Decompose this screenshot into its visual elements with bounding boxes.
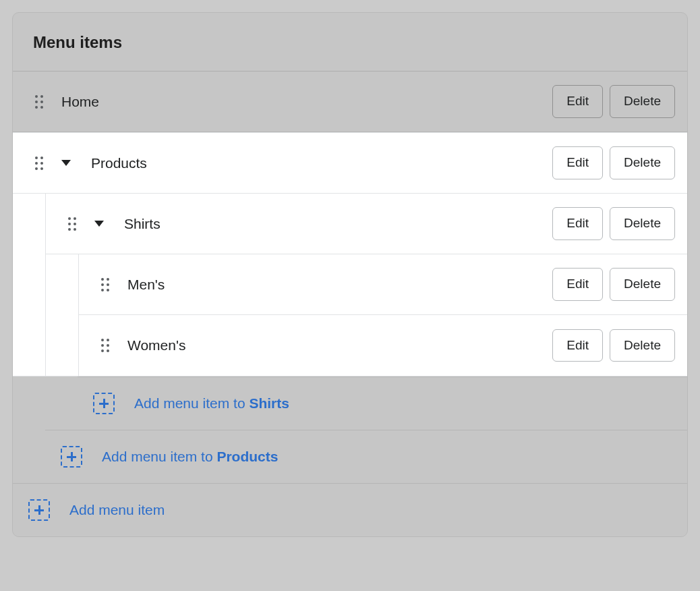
menu-item-products: Products Edit Delete [13,133,687,194]
svg-point-15 [74,223,76,225]
delete-button[interactable]: Delete [610,85,675,118]
svg-point-20 [101,283,104,286]
svg-point-13 [74,217,76,220]
svg-point-23 [107,289,109,291]
add-label: Add menu item [69,502,165,518]
drag-handle-icon[interactable] [66,216,78,232]
add-label: Add menu item to Products [102,449,278,465]
svg-point-19 [107,278,109,281]
plus-dashed-icon [93,393,115,414]
menu-item-label: Women's [127,337,185,354]
plus-dashed-icon [61,446,82,468]
svg-point-17 [74,228,76,231]
svg-point-8 [35,162,38,165]
edit-button[interactable]: Edit [552,146,603,179]
svg-point-24 [101,339,104,341]
delete-button[interactable]: Delete [610,146,675,179]
menu-item-label: Men's [127,277,165,293]
edit-button[interactable]: Edit [552,268,603,301]
svg-point-27 [107,344,109,347]
card-title: Menu items [33,33,668,52]
svg-point-6 [35,157,38,159]
caret-down-icon[interactable] [94,221,104,227]
menu-item-mens: Men's Edit Delete [79,254,687,315]
svg-point-25 [107,339,109,341]
menu-item-label: Home [61,94,99,110]
svg-point-26 [101,344,104,347]
menu-item-label: Products [91,155,147,171]
menu-item-home: Home Edit Delete [13,72,687,132]
menu-item-womens: Women's Edit Delete [79,315,687,376]
menu-item-shirts: Shirts Edit Delete [46,194,687,254]
drag-handle-icon[interactable] [33,94,45,110]
svg-point-0 [35,95,38,98]
svg-point-21 [107,283,109,286]
menu-list: Home Edit Delete Products [13,72,687,536]
svg-point-9 [40,162,43,165]
delete-button[interactable]: Delete [610,329,675,362]
add-menu-item[interactable]: Add menu item [13,483,687,536]
svg-point-14 [68,223,71,225]
svg-point-4 [35,106,38,109]
edit-button[interactable]: Edit [552,85,603,118]
svg-point-3 [40,101,43,103]
svg-point-11 [40,167,43,170]
svg-point-5 [40,106,43,109]
menu-item-label: Shirts [124,216,161,232]
plus-dashed-icon [28,499,50,521]
drag-handle-icon[interactable] [33,155,45,171]
menu-item-products-group: Products Edit Delete [13,132,687,376]
add-menu-item-to-shirts[interactable]: Add menu item to Shirts [78,376,687,430]
svg-point-1 [40,95,43,98]
add-menu-item-to-products[interactable]: Add menu item to Products [45,430,687,483]
card-header: Menu items [13,13,687,72]
edit-button[interactable]: Edit [552,207,603,240]
svg-point-7 [40,157,43,159]
edit-button[interactable]: Edit [552,329,603,362]
caret-down-icon[interactable] [61,160,71,166]
menu-items-card: Menu items Home Edit Delete [12,12,688,537]
svg-point-29 [107,349,109,352]
svg-point-16 [68,228,71,231]
add-label: Add menu item to Shirts [134,395,289,412]
drag-handle-icon[interactable] [99,277,111,293]
delete-button[interactable]: Delete [610,207,675,240]
svg-point-18 [101,278,104,281]
svg-point-12 [68,217,71,220]
svg-point-2 [35,101,38,103]
svg-point-10 [35,167,38,170]
svg-point-28 [101,349,104,352]
delete-button[interactable]: Delete [610,268,675,301]
svg-point-22 [101,289,104,291]
drag-handle-icon[interactable] [99,337,111,354]
